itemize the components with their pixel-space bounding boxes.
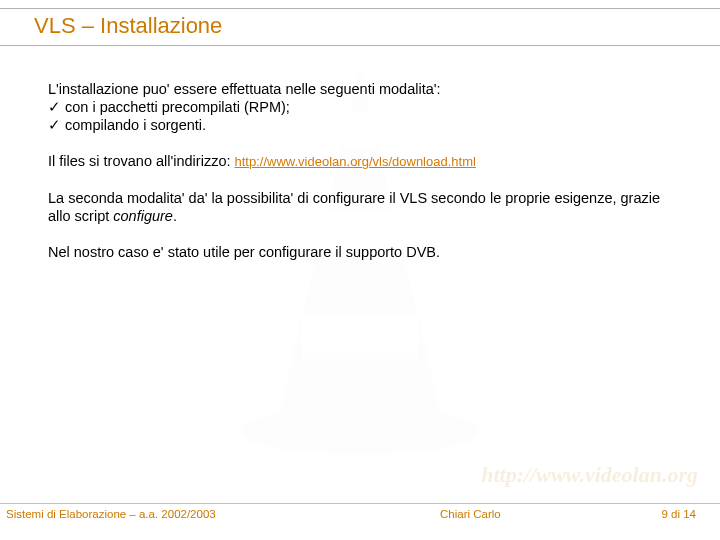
bullet-1-text: con i pacchetti precompilati (RPM);	[65, 99, 290, 115]
modalita-paragraph: La seconda modalita' da' la possibilita'…	[48, 189, 680, 225]
check-icon: ✓	[48, 117, 61, 133]
download-link[interactable]: http://www.videolan.org/vls/download.htm…	[235, 154, 476, 169]
watermark-url: http://www.videolan.org	[481, 462, 698, 488]
bullet-item-1: ✓con i pacchetti precompilati (RPM);	[48, 98, 680, 116]
bullet-item-2: ✓compilando i sorgenti.	[48, 116, 680, 134]
dvb-paragraph: Nel nostro caso e' stato utile per confi…	[48, 243, 680, 261]
content-area: L'installazione puo' essere effettuata n…	[48, 80, 680, 279]
files-prefix: Il files si trovano all'indirizzo:	[48, 153, 235, 169]
para2c: .	[173, 208, 177, 224]
footer-left: Sistemi di Elaborazione – a.a. 2002/2003	[6, 508, 216, 520]
files-paragraph: Il files si trovano all'indirizzo: http:…	[48, 152, 680, 170]
svg-rect-3	[302, 315, 418, 359]
footer-divider	[0, 503, 720, 504]
intro-paragraph: L'installazione puo' essere effettuata n…	[48, 80, 680, 134]
svg-point-4	[240, 407, 480, 455]
slide-title: VLS – Installazione	[34, 13, 720, 39]
configure-script-name: configure	[113, 208, 173, 224]
check-icon: ✓	[48, 99, 61, 115]
bullet-2-text: compilando i sorgenti.	[65, 117, 206, 133]
footer-page-number: 9 di 14	[661, 508, 696, 520]
title-block: VLS – Installazione	[0, 8, 720, 46]
slide: VLS – Installazione L'installazione puo'…	[0, 0, 720, 540]
footer-author: Chiari Carlo	[440, 508, 501, 520]
intro-text: L'installazione puo' essere effettuata n…	[48, 80, 680, 98]
footer: Sistemi di Elaborazione – a.a. 2002/2003…	[0, 508, 720, 528]
